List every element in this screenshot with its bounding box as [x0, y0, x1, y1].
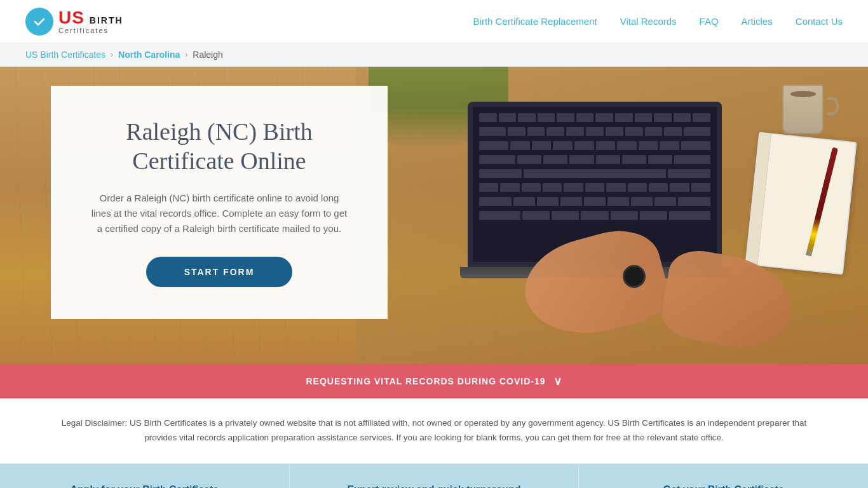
hero-section: Raleigh (NC) Birth Certificate Online Or… — [0, 67, 868, 364]
hero-cup-handle — [827, 97, 839, 115]
logo-certificates-text: Certificates — [58, 27, 123, 34]
covid-banner-text: REQUESTING VITAL RECORDS DURING COVID-19 — [306, 376, 545, 386]
nav-faq[interactable]: FAQ — [700, 16, 719, 27]
hero-watch — [623, 265, 646, 288]
main-nav: Birth Certificate Replacement Vital Reco… — [473, 16, 843, 27]
breadcrumb-link-home[interactable]: US Birth Certificates — [25, 50, 105, 60]
feature-review: Expert review and quick turnaround — [290, 464, 580, 488]
logo-text: US BIRTH Certificates — [58, 9, 123, 34]
breadcrumb-separator-1: › — [111, 50, 113, 59]
feature-get-title: Get your Birth Certificate — [604, 484, 843, 488]
feature-review-title: Expert review and quick turnaround — [315, 484, 553, 488]
nav-birth-certificate-replacement[interactable]: Birth Certificate Replacement — [473, 16, 597, 27]
breadcrumb: US Birth Certificates › North Carolina ›… — [0, 43, 868, 67]
feature-apply-title: Apply for your Birth Certificate — [25, 484, 264, 488]
disclaimer-section: Legal Disclaimer: US Birth Certificates … — [0, 398, 868, 464]
nav-contact-us[interactable]: Contact Us — [796, 16, 843, 27]
hero-card: Raleigh (NC) Birth Certificate Online Or… — [51, 86, 388, 319]
logo-birth-text: BIRTH — [86, 16, 123, 25]
feature-get: Get your Birth Certificate — [579, 464, 868, 488]
breadcrumb-link-state[interactable]: North Carolina — [118, 50, 180, 60]
logo-us-text: US — [58, 9, 85, 27]
hero-coffee-cup — [782, 85, 824, 134]
breadcrumb-separator-2: › — [185, 50, 187, 59]
chevron-down-icon: ∨ — [553, 374, 562, 388]
hero-notebook — [745, 132, 857, 274]
covid-banner[interactable]: REQUESTING VITAL RECORDS DURING COVID-19… — [0, 364, 868, 398]
nav-articles[interactable]: Articles — [742, 16, 773, 27]
hero-description: Order a Raleigh (NC) birth certificate o… — [89, 191, 349, 236]
start-form-button[interactable]: START FORM — [146, 257, 293, 287]
disclaimer-text: Legal Disclaimer: US Birth Certificates … — [51, 416, 817, 445]
nav-vital-records[interactable]: Vital Records — [620, 16, 677, 27]
logo[interactable]: US BIRTH Certificates — [25, 8, 123, 36]
logo-icon — [25, 8, 53, 36]
hero-title: Raleigh (NC) Birth Certificate Online — [89, 118, 349, 175]
header: US BIRTH Certificates Birth Certificate … — [0, 0, 868, 43]
breadcrumb-current: Raleigh — [193, 50, 222, 60]
features-section: Apply for your Birth Certificate Expert … — [0, 464, 868, 488]
feature-apply: Apply for your Birth Certificate — [0, 464, 290, 488]
